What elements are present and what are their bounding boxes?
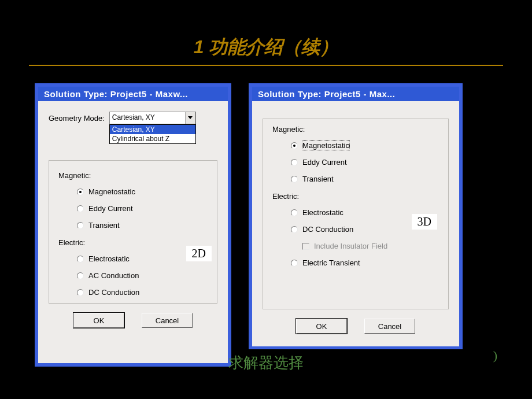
radio-label: Transient <box>88 221 120 230</box>
radio-ac-conduction-2d[interactable]: AC Conduction <box>56 267 210 284</box>
chevron-down-icon[interactable] <box>185 112 195 124</box>
button-row-3d: OK Cancel <box>263 319 449 334</box>
radio-icon <box>291 226 298 233</box>
ok-button[interactable]: OK <box>296 319 347 334</box>
radio-label: Magnetostatic <box>302 141 349 150</box>
radio-icon <box>77 289 84 296</box>
radio-magnetostatic-3d[interactable]: Magnetostatic <box>270 137 441 154</box>
radio-icon <box>77 205 84 212</box>
radio-eddy-2d[interactable]: Eddy Current <box>56 200 210 217</box>
radio-label: Magnetostatic <box>88 187 135 196</box>
geometry-mode-dropdown: Cartesian, XY Cylindrical about Z <box>109 124 196 144</box>
geometry-mode-combobox[interactable]: Cartesian, XY <box>109 112 196 124</box>
radio-icon <box>291 176 298 183</box>
radio-transient-3d[interactable]: Transient <box>270 171 441 187</box>
geometry-mode-label: Geometry Mode: <box>49 114 105 123</box>
checkbox-label: Include Insulator Field <box>314 242 387 250</box>
checkbox-include-insulator: Include Insulator Field <box>270 238 441 254</box>
dialog-3d-body: Magnetic: Magnetostatic Eddy Current Tra… <box>252 101 459 346</box>
radio-label: DC Conduction <box>88 288 139 297</box>
checkbox-icon <box>302 243 309 250</box>
badge-2d: 2D <box>186 246 212 261</box>
radio-icon <box>77 189 84 195</box>
radio-label: Electrostatic <box>88 254 130 263</box>
combobox-value: Cartesian, XY <box>110 112 185 124</box>
ok-button[interactable]: OK <box>73 313 124 328</box>
radio-dc-conduction-2d[interactable]: DC Conduction <box>56 284 210 301</box>
magnetic-label: Magnetic: <box>58 171 210 180</box>
badge-3d: 3D <box>412 214 437 230</box>
dropdown-option-cylindrical[interactable]: Cylindrical about Z <box>110 134 195 143</box>
radio-magnetostatic-2d[interactable]: Magnetostatic <box>56 183 210 200</box>
dialog-2d: Solution Type: Project5 - Maxw... Geomet… <box>35 83 231 367</box>
title-rule <box>29 65 503 66</box>
radio-icon <box>291 159 298 166</box>
radio-label: DC Conduction <box>302 225 353 234</box>
radio-icon <box>291 209 298 216</box>
radio-label: Electric Transient <box>302 258 360 267</box>
magnetic-label: Magnetic: <box>272 125 441 134</box>
geometry-mode-row: Geometry Mode: Cartesian, XY Cartesian, … <box>49 112 217 144</box>
radio-eddy-3d[interactable]: Eddy Current <box>270 154 441 171</box>
radio-label: Electrostatic <box>302 208 343 217</box>
electric-label: Electric: <box>272 192 441 201</box>
radio-label: Eddy Current <box>88 204 133 213</box>
button-row-2d: OK Cancel <box>49 313 217 328</box>
dialog-2d-titlebar: Solution Type: Project5 - Maxw... <box>38 87 228 101</box>
dialogs-row: Solution Type: Project5 - Maxw... Geomet… <box>0 83 532 367</box>
radio-icon <box>77 222 84 229</box>
dialog-2d-body: Geometry Mode: Cartesian, XY Cartesian, … <box>38 101 228 363</box>
dropdown-option-cartesian[interactable]: Cartesian, XY <box>110 125 195 134</box>
radio-icon <box>291 142 298 149</box>
radio-transient-2d[interactable]: Transient <box>56 217 210 234</box>
radio-electric-transient-3d[interactable]: Electric Transient <box>270 254 441 271</box>
dialog-3d-titlebar: Solution Type: Project5 - Max... <box>252 87 459 101</box>
radio-label: Transient <box>302 175 334 183</box>
trailing-paren: ) <box>493 348 497 363</box>
cancel-button[interactable]: Cancel <box>364 319 415 334</box>
slide-title: 1 功能介绍（续） <box>0 0 532 65</box>
radio-icon <box>77 272 84 279</box>
radio-label: Eddy Current <box>302 158 347 167</box>
radio-icon <box>77 256 84 263</box>
radio-icon <box>291 260 298 267</box>
cancel-button[interactable]: Cancel <box>142 313 193 328</box>
solution-groupbox-2d: Magnetic: Magnetostatic Eddy Current Tra… <box>49 160 217 304</box>
radio-label: AC Conduction <box>88 271 139 280</box>
dialog-3d: Solution Type: Project5 - Max... Magneti… <box>249 83 463 349</box>
